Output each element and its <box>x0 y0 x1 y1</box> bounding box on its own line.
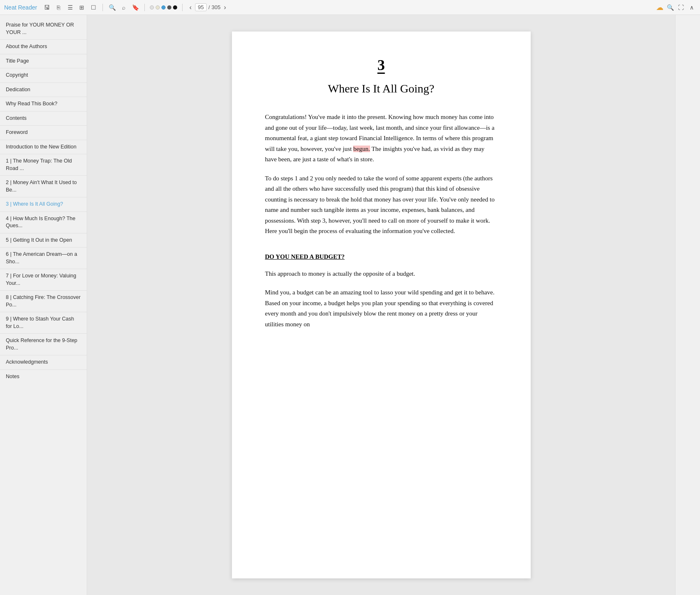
highlighted-text: begun. <box>353 146 370 152</box>
main-layout: Praise for YOUR MONEY OR YOUR ...About t… <box>0 15 700 595</box>
bookmark-icon[interactable]: 🔖 <box>131 3 139 12</box>
sidebar-item-ch4[interactable]: 4 | How Much Is Enough? The Ques... <box>0 212 87 233</box>
section-heading: DO YOU NEED A BUDGET? <box>265 253 498 260</box>
current-page[interactable]: 95 <box>195 3 207 11</box>
save-icon[interactable]: 🖫 <box>43 3 51 12</box>
sidebar-item-ch2[interactable]: 2 | Money Ain't What It Used to Be... <box>0 176 87 197</box>
page-separator: / <box>208 4 210 10</box>
fullscreen-icon[interactable]: ⛶ <box>677 3 685 12</box>
toolbar: Neat Reader 🖫 ⎘ ☰ ⊞ ☐ 🔍 ⌕ 🔖 ‹ 95 / 305 ›… <box>0 0 700 15</box>
sidebar-item-ch3[interactable]: 3 | Where Is It All Going? <box>0 197 87 212</box>
dot-dark[interactable] <box>167 5 171 10</box>
app-title: Neat Reader <box>4 4 37 11</box>
sidebar-item-contents[interactable]: Contents <box>0 112 87 126</box>
book-content: 3 Where Is It All Going? Congratulations… <box>87 15 675 595</box>
chapter-number: 3 <box>265 56 498 74</box>
page-navigation: ‹ 95 / 305 › <box>188 3 227 11</box>
paragraph-2: To do steps 1 and 2 you only needed to t… <box>265 173 498 237</box>
sidebar-item-acknowledgments[interactable]: Acknowledgments <box>0 355 87 370</box>
paragraph-3: This approach to money is actually the o… <box>265 269 498 279</box>
grid-icon[interactable]: ⊞ <box>78 3 86 12</box>
sidebar-item-notes[interactable]: Notes <box>0 370 87 384</box>
search3-icon[interactable]: 🔍 <box>666 3 674 12</box>
page-icon[interactable]: ☐ <box>89 3 98 12</box>
settings-icon[interactable]: ∧ <box>688 3 696 12</box>
sidebar-item-dedication[interactable]: Dedication <box>0 83 87 97</box>
dot-cream[interactable] <box>156 5 160 10</box>
sidebar-item-ch5[interactable]: 5 | Getting It Out in the Open <box>0 233 87 248</box>
divider2 <box>144 4 145 11</box>
right-panel <box>675 15 700 595</box>
dot-white[interactable] <box>150 5 154 10</box>
sidebar-item-quick-ref[interactable]: Quick Reference for the 9-Step Pro... <box>0 334 87 355</box>
divider3 <box>182 4 183 11</box>
search-icon[interactable]: 🔍 <box>108 3 116 12</box>
prev-page-button[interactable]: ‹ <box>188 4 193 11</box>
book-page: 3 Where Is It All Going? Congratulations… <box>232 32 531 578</box>
theme-dots <box>150 5 177 10</box>
sidebar-item-ch1[interactable]: 1 | The Money Trap: The Old Road ... <box>0 154 87 176</box>
dot-black[interactable] <box>173 5 177 10</box>
paragraph-4: Mind you, a budget can be an amazing too… <box>265 287 498 330</box>
right-toolbar: ☁ 🔍 ⛶ ∧ <box>656 3 696 12</box>
sidebar-item-ch9[interactable]: 9 | Where to Stash Your Cash for Lo... <box>0 312 87 334</box>
search2-icon[interactable]: ⌕ <box>120 3 128 12</box>
paragraph-1: Congratulations! You've made it into the… <box>265 112 498 165</box>
sidebar-item-ch7[interactable]: 7 | For Love or Money: Valuing Your... <box>0 269 87 291</box>
cloud-icon[interactable]: ☁ <box>656 3 663 12</box>
menu-icon[interactable]: ☰ <box>66 3 74 12</box>
sidebar-item-introduction[interactable]: Introduction to the New Edition <box>0 140 87 155</box>
sidebar-item-title-page[interactable]: Title Page <box>0 54 87 69</box>
total-pages: 305 <box>212 4 221 10</box>
sidebar: Praise for YOUR MONEY OR YOUR ...About t… <box>0 15 87 595</box>
sidebar-item-praise[interactable]: Praise for YOUR MONEY OR YOUR ... <box>0 18 87 40</box>
sidebar-item-about-authors[interactable]: About the Authors <box>0 40 87 54</box>
sidebar-item-foreword[interactable]: Foreword <box>0 126 87 140</box>
sidebar-item-ch6[interactable]: 6 | The American Dream—on a Sho... <box>0 248 87 269</box>
chapter-title: Where Is It All Going? <box>265 82 498 95</box>
sidebar-item-why-read[interactable]: Why Read This Book? <box>0 97 87 112</box>
sidebar-item-ch8[interactable]: 8 | Catching Fire: The Crossover Po... <box>0 291 87 312</box>
next-page-button[interactable]: › <box>222 4 228 11</box>
sidebar-item-copyright[interactable]: Copyright <box>0 68 87 83</box>
divider <box>102 4 103 11</box>
dot-green[interactable] <box>161 5 166 10</box>
copy-icon[interactable]: ⎘ <box>54 3 63 12</box>
